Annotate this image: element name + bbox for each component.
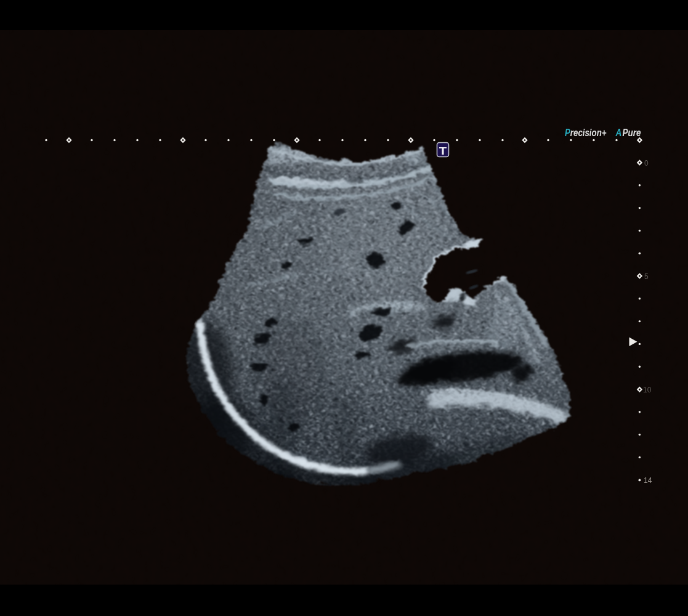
svg-text:0: 0: [644, 159, 649, 168]
svg-text:Precision+: Precision+: [565, 128, 607, 138]
svg-text:14: 14: [644, 476, 652, 485]
svg-text:T: T: [439, 146, 447, 156]
svg-text:10: 10: [643, 386, 652, 394]
svg-text:APure: APure: [615, 128, 641, 138]
svg-text:5: 5: [644, 272, 649, 281]
